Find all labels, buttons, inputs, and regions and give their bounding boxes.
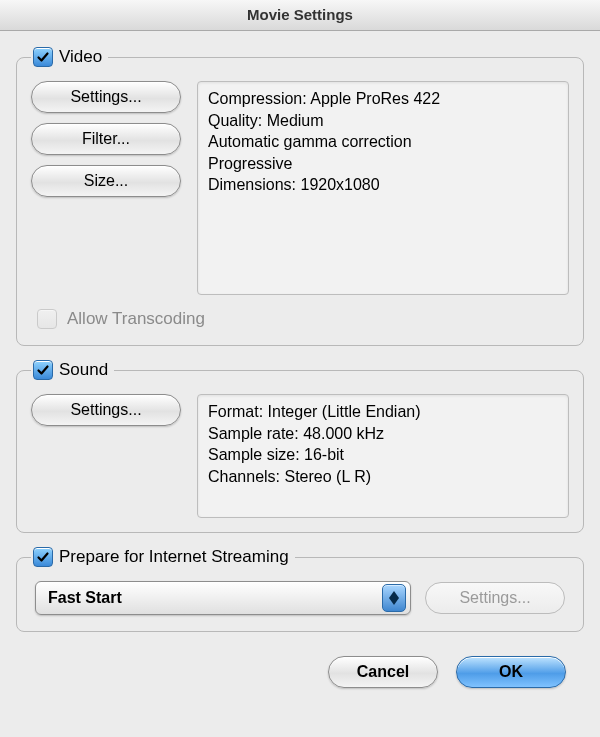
streaming-settings-button: Settings... xyxy=(425,582,565,614)
streaming-checkbox[interactable] xyxy=(33,547,53,567)
video-legend-label: Video xyxy=(59,47,102,67)
video-info-box: Compression: Apple ProRes 422 Quality: M… xyxy=(197,81,569,295)
dialog-button-row: Cancel OK xyxy=(16,646,584,688)
video-button-column: Settings... Filter... Size... xyxy=(31,81,181,197)
video-group: Video Settings... Filter... Size... Comp… xyxy=(16,47,584,346)
video-settings-button[interactable]: Settings... xyxy=(31,81,181,113)
streaming-mode-popup[interactable]: Fast Start xyxy=(35,581,411,615)
streaming-legend: Prepare for Internet Streaming xyxy=(31,547,295,567)
check-icon xyxy=(36,363,50,377)
video-filter-button[interactable]: Filter... xyxy=(31,123,181,155)
cancel-button[interactable]: Cancel xyxy=(328,656,438,688)
check-icon xyxy=(36,50,50,64)
svg-marker-0 xyxy=(389,591,399,598)
check-icon xyxy=(36,550,50,564)
popup-stepper-icon xyxy=(382,584,406,612)
title-bar: Movie Settings xyxy=(0,0,600,31)
sound-group: Sound Settings... Format: Integer (Littl… xyxy=(16,360,584,533)
dialog-content: Video Settings... Filter... Size... Comp… xyxy=(0,31,600,704)
streaming-legend-label: Prepare for Internet Streaming xyxy=(59,547,289,567)
streaming-group: Prepare for Internet Streaming Fast Star… xyxy=(16,547,584,632)
window-title: Movie Settings xyxy=(247,6,353,23)
sound-settings-button[interactable]: Settings... xyxy=(31,394,181,426)
ok-button[interactable]: OK xyxy=(456,656,566,688)
allow-transcoding-checkbox xyxy=(37,309,57,329)
sound-legend-label: Sound xyxy=(59,360,108,380)
streaming-mode-selected: Fast Start xyxy=(48,589,122,607)
sound-info-box: Format: Integer (Little Endian) Sample r… xyxy=(197,394,569,518)
video-size-button[interactable]: Size... xyxy=(31,165,181,197)
sound-checkbox[interactable] xyxy=(33,360,53,380)
sound-legend: Sound xyxy=(31,360,114,380)
sound-button-column: Settings... xyxy=(31,394,181,426)
video-checkbox[interactable] xyxy=(33,47,53,67)
allow-transcoding-label: Allow Transcoding xyxy=(67,309,205,329)
svg-marker-1 xyxy=(389,598,399,605)
video-legend: Video xyxy=(31,47,108,67)
